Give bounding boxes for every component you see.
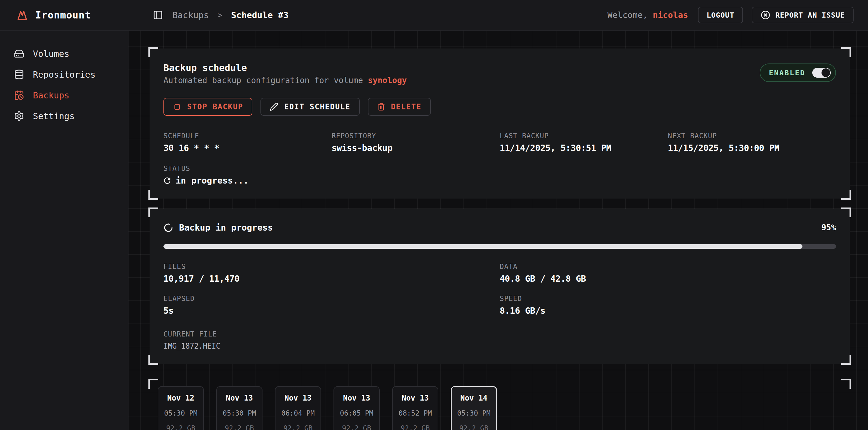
current-file-block: CURRENT FILE IMG_1872.HEIC (163, 330, 836, 350)
schedule-fields: SCHEDULE 30 16 * * * REPOSITORY swiss-ba… (163, 132, 836, 153)
field-schedule: SCHEDULE 30 16 * * * (163, 132, 332, 153)
sidebar-item-settings[interactable]: Settings (0, 106, 128, 126)
brand: Ironmount (16, 8, 128, 22)
snapshot-card-selected[interactable]: Nov 14 05:30 PM 92.2 GB (451, 386, 497, 430)
trash-icon (377, 103, 385, 111)
breadcrumb-current-page: Schedule #3 (231, 10, 288, 20)
database-icon (14, 69, 24, 80)
toggle-knob (822, 68, 830, 77)
backup-progress-card: Backup in progress 95% FILES 10,917 / 11… (150, 209, 850, 364)
progress-percent: 95% (821, 223, 836, 232)
calendar-clock-icon (14, 90, 24, 100)
schedule-card-title: Backup schedule (163, 62, 760, 73)
sidebar-item-label: Repositories (33, 70, 96, 80)
snapshot-card[interactable]: Nov 13 08:52 PM 92.2 GB (392, 386, 438, 430)
toggle-switch[interactable] (812, 68, 831, 78)
snapshot-card[interactable]: Nov 13 06:04 PM 92.2 GB (275, 386, 321, 430)
status-label: STATUS (163, 165, 836, 173)
top-bar: Ironmount Backups > Schedule #3 Welcome,… (0, 0, 868, 31)
stat-speed: SPEED 8.16 GB/s (500, 295, 836, 316)
stop-icon (173, 102, 181, 111)
pencil-icon (270, 102, 278, 111)
status-block: STATUS in progress... (163, 165, 836, 186)
edit-schedule-button[interactable]: EDIT SCHEDULE (260, 98, 360, 116)
schedule-card-subtitle: Automated backup configuration for volum… (163, 76, 760, 85)
delete-button[interactable]: DELETE (368, 98, 431, 116)
sidebar: Volumes Repositories Backups (0, 31, 128, 430)
sidebar-item-volumes[interactable]: Volumes (0, 43, 128, 64)
circle-x-icon (760, 10, 771, 20)
current-file-label: CURRENT FILE (163, 330, 836, 338)
mountain-logo-icon (16, 8, 29, 22)
stat-elapsed: ELAPSED 5s (163, 295, 500, 316)
logout-button[interactable]: LOGOUT (698, 7, 743, 23)
loader-icon (163, 223, 173, 233)
snapshot-card[interactable]: Nov 13 06:05 PM 92.2 GB (334, 386, 380, 430)
report-issue-button[interactable]: REPORT AN ISSUE (752, 7, 854, 23)
progress-bar-fill (163, 244, 802, 249)
hard-drive-icon (14, 48, 24, 59)
field-repository: REPOSITORY swiss-backup (332, 132, 500, 153)
backup-schedule-card: Backup schedule Automated backup configu… (150, 48, 850, 199)
sidebar-item-label: Settings (33, 111, 75, 121)
progress-bar (163, 244, 836, 249)
sidebar-item-backups[interactable]: Backups (0, 85, 128, 106)
breadcrumb-separator: > (217, 10, 222, 20)
sidebar-item-label: Volumes (33, 49, 69, 59)
progress-stats: FILES 10,917 / 11,470 DATA 40.8 GB / 42.… (163, 263, 836, 316)
enabled-toggle[interactable]: ENABLED (760, 64, 836, 82)
status-value: in progress... (176, 175, 249, 186)
app-title: Ironmount (35, 9, 91, 21)
sidebar-item-label: Backups (33, 90, 69, 100)
snapshot-card[interactable]: Nov 13 05:30 PM 92.2 GB (216, 386, 262, 430)
volume-name: synology (368, 76, 407, 85)
welcome-text: Welcome, nicolas (608, 10, 688, 20)
sidebar-item-repositories[interactable]: Repositories (0, 64, 128, 85)
username: nicolas (653, 10, 688, 20)
spinner-icon (163, 177, 171, 185)
snapshot-row: Nov 12 05:30 PM 92.2 GB Nov 13 05:30 PM … (158, 386, 842, 430)
stat-data: DATA 40.8 GB / 42.8 GB (500, 263, 836, 284)
snapshot-card[interactable]: Nov 12 05:30 PM 92.2 GB (158, 386, 204, 430)
enabled-label: ENABLED (769, 69, 805, 77)
breadcrumb-backups-link[interactable]: Backups (173, 10, 209, 20)
sidebar-toggle-icon[interactable] (152, 9, 164, 21)
progress-card-title: Backup in progress (179, 223, 273, 233)
stop-backup-button[interactable]: STOP BACKUP (163, 98, 252, 116)
field-next-backup: NEXT BACKUP 11/15/2025, 5:30:00 PM (668, 132, 836, 153)
gear-icon (14, 111, 24, 121)
snapshot-history-section: Nov 12 05:30 PM 92.2 GB Nov 13 05:30 PM … (150, 380, 850, 430)
stat-files: FILES 10,917 / 11,470 (163, 263, 500, 284)
breadcrumb: Backups > Schedule #3 (152, 9, 288, 21)
main-content: Backup schedule Automated backup configu… (128, 31, 868, 430)
field-last-backup: LAST BACKUP 11/14/2025, 5:30:51 PM (500, 132, 668, 153)
current-file-value: IMG_1872.HEIC (163, 342, 836, 350)
